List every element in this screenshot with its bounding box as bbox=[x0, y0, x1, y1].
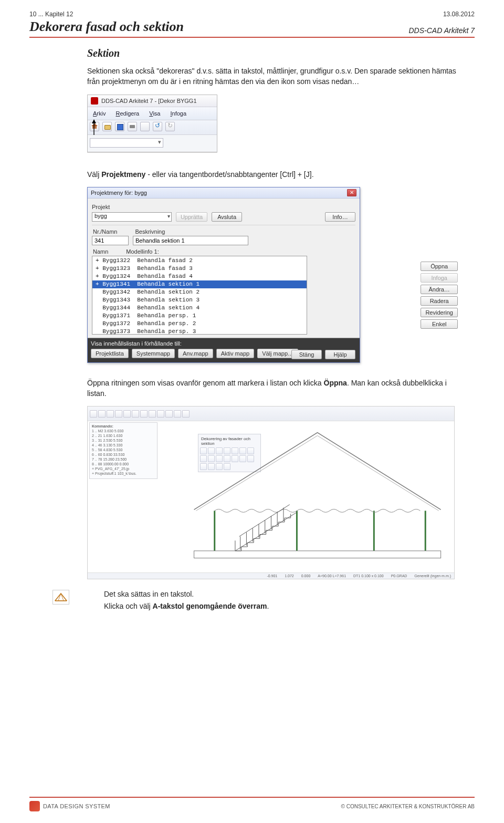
doc-product: DDS-CAD Arkitekt 7 bbox=[408, 26, 475, 35]
menu-visa[interactable]: Visa bbox=[145, 109, 164, 118]
svg-rect-6 bbox=[194, 551, 441, 558]
enkel-button[interactable]: Enkel bbox=[421, 319, 458, 329]
footer-logo: DATA DESIGN SYSTEM bbox=[29, 801, 110, 811]
layer-dropdown[interactable] bbox=[90, 138, 163, 148]
aktivmapp-button[interactable]: Aktiv mapp bbox=[216, 349, 254, 358]
tool-icon-generic[interactable] bbox=[165, 410, 173, 418]
status-cell: 1.072 bbox=[285, 574, 294, 578]
dialog-titlebar: Projektmeny för: bygg ✕ bbox=[88, 187, 360, 199]
menu-redigera[interactable]: Redigera bbox=[112, 109, 144, 118]
command-line: + Projectstuff.1 103_k:\bus. bbox=[92, 471, 155, 476]
oppna-button[interactable]: Öppna bbox=[421, 262, 458, 271]
cad-canvas[interactable] bbox=[161, 422, 453, 571]
dialog-title: Projektmeny för: bygg bbox=[91, 190, 147, 196]
end-line-1: Det ska sättas in en takstol. bbox=[87, 589, 464, 599]
command-line: 5 .. 58 4.830 5.530 bbox=[92, 447, 155, 452]
status-cell: A=90.00 L=7.961 bbox=[318, 574, 346, 578]
undo-icon[interactable] bbox=[153, 122, 162, 131]
close-icon[interactable]: ✕ bbox=[347, 189, 356, 196]
filter-label: Visa innehållslistan i förhållande till: bbox=[91, 340, 356, 347]
command-line: + PVG_AFG_47'_25.jp bbox=[92, 466, 155, 471]
tool-icon-generic[interactable] bbox=[182, 410, 190, 418]
systemmapp-button[interactable]: Systemmapp bbox=[132, 349, 175, 358]
list-item[interactable]: Bygg1373 Behandla persp. 3 bbox=[92, 328, 307, 335]
menubar: AArkivrkiv Redigera Visa Infoga bbox=[88, 107, 217, 120]
app-icon bbox=[91, 97, 98, 105]
col-nr-namn: Nr./Namn bbox=[93, 228, 117, 235]
status-cell: 0.000 bbox=[301, 574, 311, 578]
list-item[interactable]: Bygg1344 Behandla sektion 4 bbox=[92, 304, 307, 312]
projektlista-button[interactable]: Projektlista bbox=[91, 349, 129, 358]
tool-icon-generic[interactable] bbox=[132, 410, 139, 418]
svg-line-17 bbox=[239, 505, 290, 537]
stang-button[interactable]: Stäng bbox=[291, 350, 322, 359]
list-item[interactable]: Bygg1372 Behandla persp. 2 bbox=[92, 320, 307, 328]
description-input[interactable] bbox=[133, 236, 248, 245]
footer-copyright: © CONSULTEC ARKITEKTER & KONSTRUKTÖRER A… bbox=[341, 804, 475, 809]
window-title: DDS-CAD Arkitekt 7 - [Dekor BYGG1 bbox=[101, 98, 197, 104]
menu-arkiv[interactable]: AArkivrkiv bbox=[89, 109, 110, 118]
model-listbox[interactable]: + Bygg1322 Behandla fasad 2 + Bygg1323 B… bbox=[92, 256, 307, 335]
truss-tool-icon[interactable] bbox=[52, 590, 69, 605]
command-line: 1 .. M2 3.630 5.030 bbox=[92, 429, 155, 433]
tool-icon-generic[interactable] bbox=[140, 122, 150, 131]
dds-logo-icon bbox=[29, 801, 40, 811]
list-item[interactable]: + Bygg1324 Behandla fasad 4 bbox=[92, 273, 307, 280]
chapter-ref: 10 ... Kapitel 12 bbox=[29, 11, 73, 18]
tool-icon-generic[interactable] bbox=[174, 410, 181, 418]
command-line: 2 .. 21 1.630 1.630 bbox=[92, 433, 155, 438]
doc-title-row: Dekorera fasad och sektion DDS-CAD Arkit… bbox=[29, 19, 475, 38]
info-button[interactable]: Info… bbox=[325, 212, 355, 222]
status-cell: Generellt (ingen m.m.) bbox=[414, 574, 451, 578]
col-beskrivning: Beskrivning bbox=[135, 228, 165, 235]
redo-icon[interactable] bbox=[165, 122, 175, 131]
revidering-button[interactable]: Revidering bbox=[421, 308, 458, 317]
anvmapp-button[interactable]: Anv.mapp bbox=[178, 349, 213, 358]
tool-icon-generic[interactable] bbox=[98, 410, 106, 418]
uppratta-button[interactable]: Upprätta bbox=[176, 212, 207, 222]
tool-icon-generic[interactable] bbox=[107, 410, 114, 418]
andra-button[interactable]: Ändra… bbox=[421, 285, 458, 294]
infoga-button[interactable]: Infoga bbox=[421, 273, 458, 283]
after-dialog-paragraph: Öppna ritningen som visas ovanför genom … bbox=[87, 378, 464, 399]
tool-icon-generic[interactable] bbox=[149, 410, 156, 418]
window-titlebar: DDS-CAD Arkitekt 7 - [Dekor BYGG1 bbox=[88, 95, 217, 107]
command-line: 4 .. 46 3.130 5.330 bbox=[92, 443, 155, 447]
save-icon[interactable] bbox=[115, 122, 124, 131]
list-item-selected[interactable]: + Bygg1341 Behandla sektion 1 bbox=[92, 280, 307, 288]
col-namn: Namn bbox=[93, 248, 108, 255]
svg-marker-1 bbox=[92, 119, 96, 123]
status-cell: -0.901 bbox=[267, 574, 277, 578]
list-item[interactable]: Bygg1343 Behandla sektion 3 bbox=[92, 296, 307, 304]
mid-paragraph: Välj Projektmeny - eller via tangentbord… bbox=[87, 169, 464, 180]
status-cell: DT1 0.100 x 0.100 bbox=[353, 574, 384, 578]
avsluta-button[interactable]: Avsluta bbox=[212, 212, 242, 222]
list-item[interactable]: Bygg1342 Behandla sektion 2 bbox=[92, 288, 307, 296]
tool-icon-generic[interactable] bbox=[140, 410, 148, 418]
list-item[interactable]: Bygg1371 Behandla persp. 1 bbox=[92, 312, 307, 320]
command-line: 3 .. 31 2.530 5.530 bbox=[92, 438, 155, 443]
app-window-snippet: DDS-CAD Arkitekt 7 - [Dekor BYGG1 AArkiv… bbox=[87, 95, 217, 152]
hjalp-button[interactable]: Hjälp bbox=[325, 350, 355, 359]
cad-statusbar: -0.901 1.072 0.000 A=90.00 L=7.961 DT1 0… bbox=[88, 572, 454, 579]
print-icon[interactable] bbox=[128, 122, 137, 131]
radera-button[interactable]: Radera bbox=[421, 296, 458, 306]
tool-icon-generic[interactable] bbox=[123, 410, 131, 418]
status-cell: P0.GRAD bbox=[391, 574, 407, 578]
col-modellinfo: Modellinfo 1: bbox=[126, 248, 159, 255]
projekt-label: Projekt bbox=[92, 204, 129, 210]
section-heading: Sektion bbox=[87, 47, 464, 59]
tool-icon-generic[interactable] bbox=[90, 410, 97, 418]
list-item[interactable]: + Bygg1322 Behandla fasad 2 bbox=[92, 257, 307, 265]
footer-logo-text: DATA DESIGN SYSTEM bbox=[43, 803, 110, 809]
doc-title: Dekorera fasad och sektion bbox=[29, 19, 184, 35]
list-item[interactable]: + Bygg1323 Behandla fasad 3 bbox=[92, 265, 307, 273]
command-panel: Kommando: 1 .. M2 3.630 5.030 2 .. 21 1.… bbox=[89, 422, 158, 479]
number-input[interactable] bbox=[92, 236, 129, 245]
menu-infoga[interactable]: Infoga bbox=[166, 109, 191, 118]
tool-icon-generic[interactable] bbox=[157, 410, 164, 418]
cad-toolbar bbox=[88, 407, 454, 421]
doc-date: 13.08.2012 bbox=[443, 11, 475, 18]
tool-icon-generic[interactable] bbox=[115, 410, 122, 418]
projekt-dropdown[interactable]: bygg bbox=[92, 212, 172, 222]
